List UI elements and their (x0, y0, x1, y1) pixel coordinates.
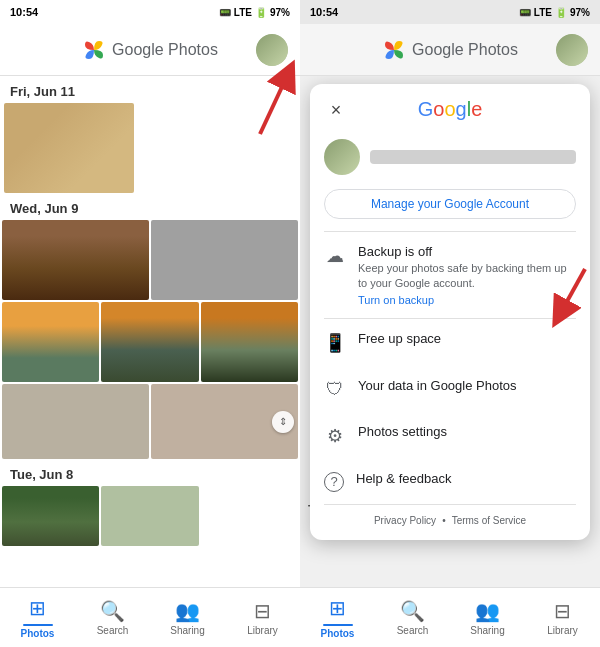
right-logo-text: Google Photos (412, 41, 518, 59)
left-nav-library[interactable]: ⊟ Library (225, 599, 300, 636)
menu-item-free-space[interactable]: 📱 Free up space (310, 319, 590, 366)
right-status-icons: 📟 LTE 🔋 97% (519, 7, 590, 18)
left-logo-text: Google Photos (112, 41, 218, 59)
left-search-icon: 🔍 (100, 599, 125, 623)
turn-on-backup-link[interactable]: Turn on backup (358, 294, 576, 306)
account-dropdown-card: × Google Manage your Google Account ☁ Ba… (310, 84, 590, 540)
left-nav-sharing[interactable]: 👥 Sharing (150, 599, 225, 636)
row-blurred: ⇕ (2, 384, 298, 459)
left-nav-photos[interactable]: ⊞ Photos (0, 596, 75, 639)
menu-item-backup[interactable]: ☁ Backup is off Keep your photos safe by… (310, 232, 590, 318)
free-space-text: Free up space (358, 331, 576, 346)
pinwheel-icon (82, 38, 106, 62)
backup-subtitle: Keep your photos safe by backing them up… (358, 261, 576, 292)
privacy-policy-link[interactable]: Privacy Policy (374, 515, 436, 526)
right-search-icon: 🔍 (400, 599, 425, 623)
settings-text: Photos settings (358, 424, 576, 439)
help-text: Help & feedback (356, 471, 576, 486)
right-photos-icon: ⊞ (329, 596, 346, 620)
right-avatar-button[interactable] (556, 34, 588, 66)
menu-item-help[interactable]: ? Help & feedback (310, 459, 590, 504)
left-sharing-icon: 👥 (175, 599, 200, 623)
footer-dot: • (442, 515, 446, 526)
footer-links: Privacy Policy • Terms of Service (310, 505, 590, 540)
fri-photo-grid (0, 103, 300, 193)
right-photos-background: × Google Manage your Google Account ☁ Ba… (300, 76, 600, 587)
left-status-icons: 📟 LTE 🔋 97% (219, 7, 290, 18)
right-nav-library[interactable]: ⊟ Library (525, 599, 600, 636)
backup-text-wrap: Backup is off Keep your photos safe by b… (358, 244, 576, 306)
left-library-label: Library (247, 625, 278, 636)
free-space-icon: 📱 (324, 332, 346, 354)
account-avatar (324, 139, 360, 175)
your-data-title: Your data in Google Photos (358, 378, 576, 393)
left-nav-search[interactable]: 🔍 Search (75, 599, 150, 636)
right-nav-sharing[interactable]: 👥 Sharing (450, 599, 525, 636)
backup-icon: ☁ (324, 245, 346, 267)
left-top-bar: Google Photos (0, 24, 300, 76)
manage-account-button[interactable]: Manage your Google Account (324, 189, 576, 219)
terms-of-service-link[interactable]: Terms of Service (452, 515, 526, 526)
menu-item-settings[interactable]: ⚙ Photos settings (310, 412, 590, 459)
dropdown-google-logo: Google (418, 98, 483, 121)
settings-icon: ⚙ (324, 425, 346, 447)
right-time: 10:54 (310, 6, 338, 18)
right-phone-panel: 10:54 📟 LTE 🔋 97% Google Photos (300, 0, 600, 647)
left-avatar-button[interactable] (256, 34, 288, 66)
tue-photo-row (2, 486, 298, 546)
right-sharing-label: Sharing (470, 625, 504, 636)
left-bottom-nav: ⊞ Photos 🔍 Search 👥 Sharing ⊟ Library (0, 587, 300, 647)
right-avatar-image (556, 34, 588, 66)
left-library-icon: ⊟ (254, 599, 271, 623)
right-library-label: Library (547, 625, 578, 636)
settings-title: Photos settings (358, 424, 576, 439)
left-phone-panel: 10:54 📟 LTE 🔋 97% Google Photos (0, 0, 300, 647)
dropdown-close-button[interactable]: × (322, 96, 350, 124)
right-pinwheel-icon (382, 38, 406, 62)
right-bottom-nav: ⊞ Photos 🔍 Search 👥 Sharing ⊟ Library (300, 587, 600, 647)
menu-item-your-data[interactable]: 🛡 Your data in Google Photos (310, 366, 590, 412)
backup-title: Backup is off (358, 244, 576, 259)
right-nav-photos[interactable]: ⊞ Photos (300, 596, 375, 639)
photo-blurred-1[interactable] (151, 220, 298, 300)
photo-wood[interactable] (2, 220, 149, 300)
left-avatar-image (256, 34, 288, 66)
date-fri-jun11: Fri, Jun 11 (0, 76, 300, 103)
left-time: 10:54 (10, 6, 38, 18)
photo-blurred-2[interactable] (2, 384, 149, 459)
left-photos-icon: ⊞ (29, 596, 46, 620)
your-data-text: Your data in Google Photos (358, 378, 576, 393)
free-space-title: Free up space (358, 331, 576, 346)
right-photos-label: Photos (321, 628, 355, 639)
left-photos-label: Photos (21, 628, 55, 639)
left-sharing-label: Sharing (170, 625, 204, 636)
scroll-button[interactable]: ⇕ (272, 411, 294, 433)
close-icon: × (331, 100, 342, 121)
photo-sky2[interactable] (101, 302, 198, 382)
right-photos-indicator (323, 624, 353, 626)
right-search-label: Search (397, 625, 429, 636)
right-sharing-icon: 👥 (475, 599, 500, 623)
photo-green[interactable] (2, 486, 99, 546)
your-data-icon: 🛡 (324, 379, 346, 400)
left-app-logo: Google Photos (82, 38, 218, 62)
left-status-bar: 10:54 📟 LTE 🔋 97% (0, 0, 300, 24)
right-status-bar: 10:54 📟 LTE 🔋 97% (300, 0, 600, 24)
left-photos-indicator (23, 624, 53, 626)
photo-sky3[interactable] (201, 302, 298, 382)
right-top-bar: Google Photos (300, 24, 600, 76)
photo-blurred-3[interactable]: ⇕ (151, 384, 298, 459)
help-icon: ? (324, 472, 344, 492)
wed-photo-row (2, 220, 298, 300)
help-title: Help & feedback (356, 471, 576, 486)
account-name-blurred (370, 150, 576, 164)
right-nav-search[interactable]: 🔍 Search (375, 599, 450, 636)
photo-sky1[interactable] (2, 302, 99, 382)
photo-light-green[interactable] (101, 486, 198, 546)
date-tue-jun8: Tue, Jun 8 (0, 459, 300, 486)
right-app-logo: Google Photos (382, 38, 518, 62)
photo-wicker[interactable] (4, 103, 134, 193)
left-search-label: Search (97, 625, 129, 636)
account-section (310, 131, 590, 185)
wed-photo-row-2 (2, 302, 298, 382)
